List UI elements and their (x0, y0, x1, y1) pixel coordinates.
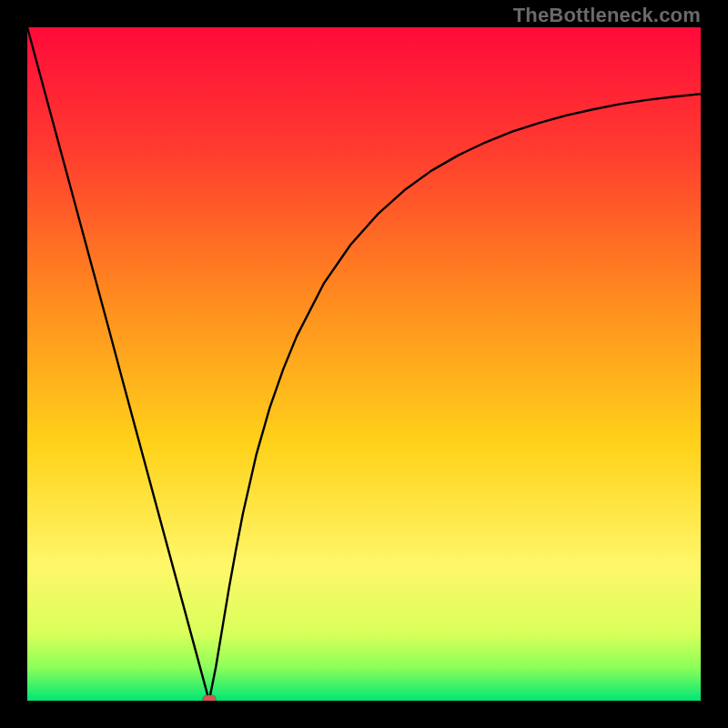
watermark-text: TheBottleneck.com (513, 4, 701, 27)
curve-layer (27, 27, 701, 701)
bottleneck-curve (27, 27, 701, 701)
plot-area (27, 27, 701, 701)
minimum-marker (203, 695, 216, 701)
chart-frame: TheBottleneck.com (0, 0, 728, 728)
